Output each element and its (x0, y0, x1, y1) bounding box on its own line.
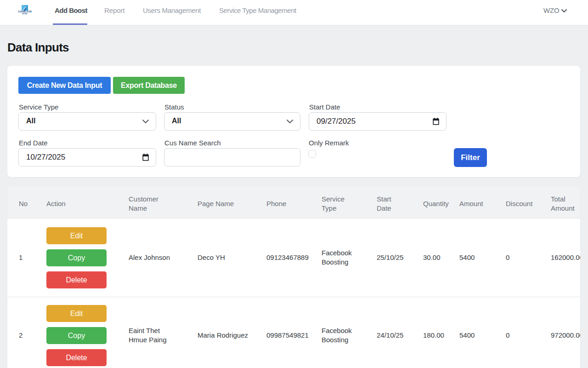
svg-text:DIGITAL: DIGITAL (22, 13, 28, 15)
